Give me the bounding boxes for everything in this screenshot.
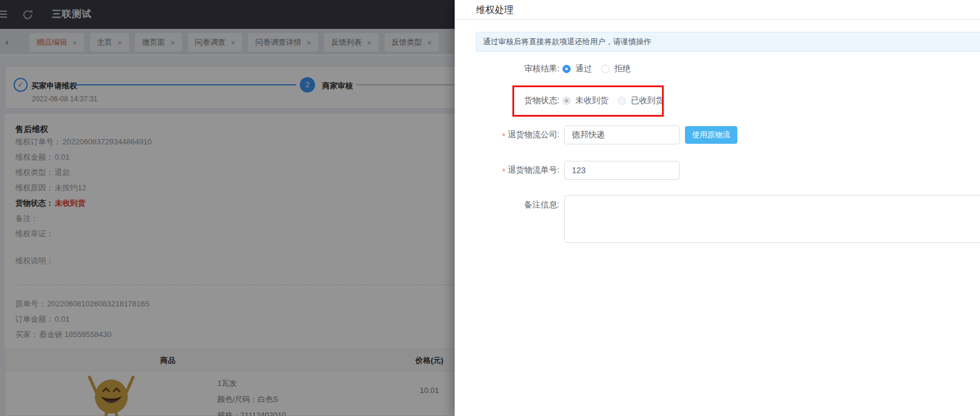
radio-not-received-label[interactable]: 未收到货 <box>575 95 608 106</box>
radio-received[interactable] <box>618 97 626 105</box>
remark-row: 备注信息: <box>455 195 980 243</box>
goods-status-row: 货物状态: 未收到货 已收到货 <box>455 93 664 109</box>
warning-alert: 通过审核后将直接将款项退还给用户，请谨慎操作 <box>476 32 980 52</box>
remark-textarea[interactable] <box>564 195 980 243</box>
radio-received-label[interactable]: 已收到货 <box>631 95 664 106</box>
review-result-label: 审核结果: <box>455 64 559 74</box>
logistics-number-label: *退货物流单号: <box>455 165 559 176</box>
logistics-company-label: *退货物流公司: <box>455 130 559 141</box>
radio-reject[interactable] <box>601 65 610 73</box>
logistics-company-row: *退货物流公司: 使用原物流 <box>455 126 737 144</box>
drawer-title: 维权处理 <box>476 4 514 16</box>
logistics-number-row: *退货物流单号: <box>455 161 680 180</box>
use-original-logistics-button[interactable]: 使用原物流 <box>685 126 737 144</box>
review-result-row: 审核结果: 通过 拒绝 <box>455 61 631 77</box>
required-asterisk: * <box>502 167 505 176</box>
logistics-number-input[interactable] <box>564 161 680 180</box>
divider <box>455 19 980 20</box>
radio-pass[interactable] <box>562 65 571 73</box>
radio-pass-label[interactable]: 通过 <box>575 64 592 74</box>
claim-process-drawer: 维权处理 通过审核后将直接将款项退还给用户，请谨慎操作 审核结果: 通过 拒绝 … <box>455 0 980 416</box>
logistics-company-input[interactable] <box>564 126 680 144</box>
goods-status-label: 货物状态: <box>455 95 559 106</box>
radio-reject-label[interactable]: 拒绝 <box>614 64 631 74</box>
radio-not-received[interactable] <box>562 97 571 105</box>
required-asterisk: * <box>502 131 505 141</box>
remark-label: 备注信息: <box>455 200 559 210</box>
